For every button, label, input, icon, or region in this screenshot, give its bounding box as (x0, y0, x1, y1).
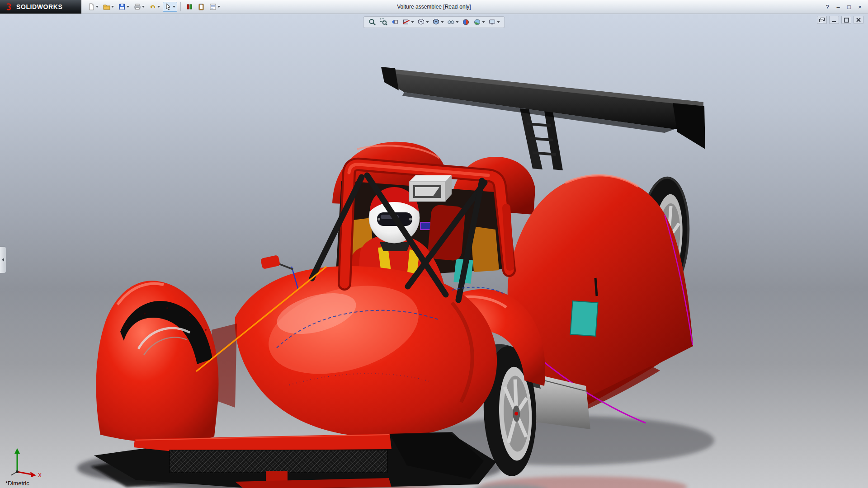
doc-close-button[interactable] (854, 16, 863, 24)
doc-minimize-button[interactable] (829, 16, 839, 24)
hide-show-items-button[interactable] (446, 18, 460, 27)
options-sheet-caret[interactable] (217, 6, 220, 8)
select-cursor-icon (165, 3, 172, 10)
options-sheet-button[interactable] (208, 2, 222, 12)
display-style-caret[interactable] (441, 21, 444, 23)
undo-icon (149, 3, 156, 10)
maximize-icon (844, 18, 849, 23)
center-mirror[interactable] (409, 175, 452, 202)
edit-appearance-icon (462, 18, 470, 26)
new-document-button[interactable] (86, 2, 100, 12)
view-orientation-caret[interactable] (426, 21, 429, 23)
logo-text: SOLIDWORKS (16, 3, 62, 10)
doc-maximize-button[interactable] (841, 16, 851, 24)
save-icon (118, 3, 126, 10)
new-document-icon (88, 3, 95, 10)
car-3d-scene[interactable] (0, 14, 868, 488)
previous-view-button[interactable] (390, 18, 400, 27)
hide-show-items-caret[interactable] (456, 21, 459, 23)
display-style-icon (432, 18, 440, 26)
color-bars-button[interactable] (184, 2, 195, 12)
zoom-to-fit-button[interactable] (368, 18, 377, 27)
new-document-caret[interactable] (96, 6, 99, 8)
print-button[interactable] (132, 2, 146, 12)
window-controls: ? – □ × (823, 0, 864, 14)
standard-toolbar (86, 2, 222, 12)
zoom-to-fit-icon (368, 18, 377, 26)
close-button[interactable]: × (855, 3, 864, 11)
apply-scene-caret[interactable] (482, 21, 485, 23)
x-axis-label: X (38, 472, 42, 477)
previous-view-icon (391, 18, 399, 26)
view-settings-button[interactable] (487, 18, 501, 27)
dassault-3ds-icon (5, 2, 14, 11)
zoom-to-area-icon (380, 18, 388, 26)
zoom-to-area-button[interactable] (379, 18, 389, 27)
section-view-icon (402, 18, 410, 26)
graphics-viewport[interactable]: X *Dimetric (0, 14, 868, 488)
view-orientation-icon (417, 18, 425, 26)
options-sheet-icon (209, 3, 217, 10)
view-orientation-button[interactable] (416, 18, 430, 27)
apply-scene-button[interactable] (472, 18, 486, 27)
front-left-fender[interactable] (96, 281, 237, 443)
view-orientation-label: *Dimetric (5, 480, 29, 487)
view-settings-icon (488, 18, 496, 26)
orientation-triad: X (4, 445, 47, 477)
doc-restore-button[interactable] (817, 16, 827, 24)
open-button[interactable] (101, 2, 116, 12)
hide-show-items-icon (447, 18, 455, 26)
undo-caret[interactable] (157, 6, 160, 8)
featuremanager-collapse-tab[interactable] (0, 246, 6, 273)
front-splitter[interactable] (94, 432, 496, 488)
open-folder-icon (103, 3, 110, 10)
maximize-button[interactable]: □ (844, 3, 854, 11)
window-titlebar: SOLIDWORKS (0, 0, 868, 14)
section-view-caret[interactable] (411, 21, 414, 23)
headsup-view-toolbar (363, 16, 505, 28)
open-caret[interactable] (111, 6, 114, 8)
apply-scene-icon (473, 18, 481, 26)
print-caret[interactable] (142, 6, 145, 8)
help-button[interactable]: ? (823, 3, 832, 11)
clipboard-icon (198, 3, 205, 10)
document-window-controls (817, 16, 863, 24)
solidworks-logo: SOLIDWORKS (0, 0, 81, 14)
color-bars-icon (186, 3, 193, 10)
view-settings-caret[interactable] (497, 21, 500, 23)
x-axis-arrow (30, 472, 36, 477)
restore-down-icon (819, 18, 825, 23)
left-mirror[interactable] (260, 255, 293, 269)
minimize-button[interactable]: – (834, 3, 843, 11)
close-icon (856, 18, 861, 22)
toolbar-separator (180, 2, 181, 11)
collapse-arrow-icon (2, 258, 4, 262)
minimize-icon (832, 18, 836, 22)
save-caret[interactable] (127, 6, 129, 8)
edit-appearance-button[interactable] (461, 18, 471, 27)
undo-button[interactable] (147, 2, 162, 12)
save-button[interactable] (117, 2, 131, 12)
select-caret[interactable] (173, 6, 175, 8)
print-icon (134, 3, 141, 10)
section-view-button[interactable] (401, 18, 415, 27)
clipboard-button[interactable] (196, 2, 207, 12)
y-axis-arrow (14, 448, 20, 454)
select-button[interactable] (163, 2, 177, 12)
display-style-button[interactable] (431, 18, 445, 27)
